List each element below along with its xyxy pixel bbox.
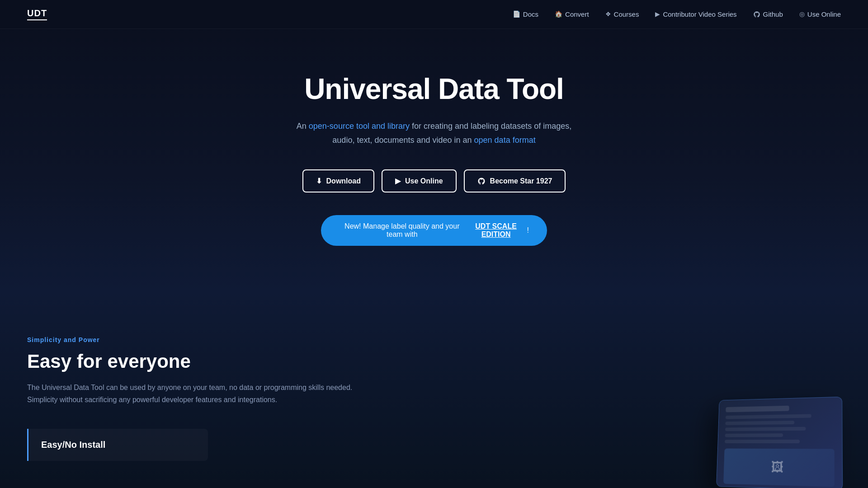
- cta-text-after: !: [527, 226, 529, 235]
- illustration-area: 🖼: [615, 352, 841, 488]
- use-online-nav-icon: ◎: [799, 10, 805, 18]
- features-inner: Simplicity and Power Easy for everyone T…: [27, 336, 353, 460]
- docs-icon: 📄: [513, 10, 520, 18]
- mock-row-5: [725, 439, 800, 443]
- nav-link-courses[interactable]: ❖ Courses: [605, 10, 639, 18]
- mock-row-1: [726, 414, 811, 419]
- mock-row-2: [725, 421, 794, 425]
- hero-title: Universal Data Tool: [304, 72, 564, 106]
- open-source-link[interactable]: open-source tool and library: [309, 122, 410, 131]
- cta-banner[interactable]: New! Manage label quality and your team …: [321, 215, 547, 246]
- feature-card-no-install: Easy/No Install: [27, 429, 208, 461]
- nav-links: 📄 Docs 🏠 Convert ❖ Courses ▶ Contributor…: [513, 10, 841, 18]
- open-data-format-link[interactable]: open data format: [474, 136, 536, 145]
- use-online-button[interactable]: ▶ Use Online: [382, 169, 457, 192]
- nav-link-github[interactable]: Github: [753, 10, 783, 18]
- github-icon: [753, 10, 760, 18]
- download-icon: ⬇: [316, 177, 322, 185]
- mock-image-placeholder-icon: 🖼: [771, 459, 783, 474]
- section-label: Simplicity and Power: [27, 336, 353, 343]
- nav-link-contributor-video-series[interactable]: ▶ Contributor Video Series: [655, 10, 736, 18]
- download-button[interactable]: ⬇ Download: [302, 169, 374, 192]
- mock-row-4: [725, 433, 783, 437]
- udt-scale-edition-link[interactable]: UDT SCALE EDITION: [465, 222, 527, 239]
- courses-icon: ❖: [605, 10, 611, 18]
- mock-row-3: [725, 427, 806, 431]
- feature-card-title: Easy/No Install: [41, 440, 195, 450]
- mock-image-area: 🖼: [723, 448, 835, 487]
- become-star-button[interactable]: Become Star 1927: [464, 169, 566, 192]
- cta-text-before: New! Manage label quality and your team …: [339, 222, 465, 239]
- features-layout: Simplicity and Power Easy for everyone T…: [27, 336, 841, 460]
- nav-link-convert[interactable]: 🏠 Convert: [555, 10, 589, 18]
- mock-header: [726, 405, 789, 412]
- nav-link-docs[interactable]: 📄 Docs: [513, 10, 538, 18]
- hero-subtitle: An open-source tool and library for crea…: [289, 119, 579, 147]
- hero-section: Universal Data Tool An open-source tool …: [0, 0, 868, 291]
- nav-link-use-online[interactable]: ◎ Use Online: [799, 10, 841, 18]
- navbar: UDT 📄 Docs 🏠 Convert ❖ Courses ▶ Contrib…: [0, 0, 868, 29]
- section-title: Easy for everyone: [27, 351, 353, 372]
- hero-buttons: ⬇ Download ▶ Use Online Become Star 1927: [302, 169, 566, 192]
- brand-logo[interactable]: UDT: [27, 8, 47, 20]
- convert-icon: 🏠: [555, 10, 562, 18]
- features-section: Simplicity and Power Easy for everyone T…: [0, 291, 868, 488]
- contributor-video-series-icon: ▶: [655, 10, 660, 18]
- star-github-icon: [477, 177, 486, 185]
- play-icon: ▶: [395, 177, 401, 185]
- app-mockup: 🖼: [716, 396, 843, 488]
- section-description: The Universal Data Tool can be used by a…: [27, 381, 353, 406]
